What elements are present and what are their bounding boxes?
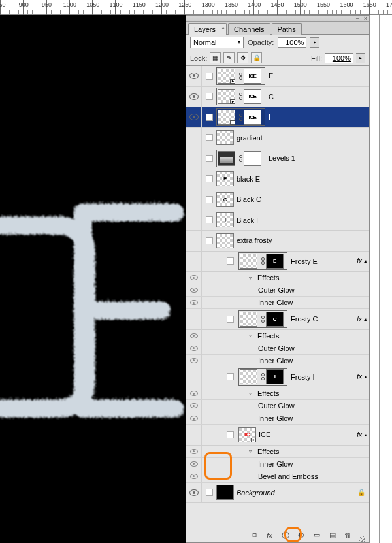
visibility-toggle[interactable] <box>186 87 202 107</box>
layer-thumb[interactable] <box>216 485 234 500</box>
layer-row[interactable]: ▸ICEfx ▴ <box>186 425 369 446</box>
visibility-toggle[interactable] <box>186 470 202 482</box>
link-cell[interactable] <box>202 87 216 107</box>
layer-thumb[interactable]: ▸ <box>238 427 256 442</box>
chevron-down-icon[interactable]: ▿ <box>249 391 255 397</box>
new-icon[interactable]: ▤ <box>327 531 337 540</box>
layer-mask-thumb[interactable]: I <box>266 369 284 384</box>
layer-mask-thumb[interactable]: ICE <box>244 89 261 104</box>
layer-thumb[interactable] <box>216 130 234 145</box>
layer-thumb[interactable]: E <box>216 171 234 186</box>
close-icon[interactable]: × <box>364 15 367 22</box>
layer-row[interactable]: CBlack C <box>186 189 369 210</box>
layer-name[interactable]: C <box>269 93 369 101</box>
layer-thumb[interactable] <box>218 151 235 166</box>
link-cell[interactable] <box>202 483 216 503</box>
layer-mask-thumb[interactable]: E <box>266 254 284 269</box>
layer-mask-thumb[interactable] <box>244 151 261 166</box>
link-cell[interactable] <box>202 107 216 127</box>
layer-name[interactable]: black E <box>237 175 369 183</box>
fx-indicator[interactable]: fx ▴ <box>357 316 367 323</box>
layer-row[interactable]: Eblack E <box>186 169 369 190</box>
mask-link-icon[interactable] <box>238 71 244 80</box>
minimize-icon[interactable]: – <box>356 15 359 22</box>
effect-row[interactable]: Inner Glow <box>186 412 369 425</box>
link-cell[interactable] <box>202 210 216 231</box>
layer-thumb[interactable]: ▸ <box>218 110 235 125</box>
fx-indicator[interactable]: fx ▴ <box>357 257 367 265</box>
mask-link-icon[interactable] <box>260 372 266 382</box>
visibility-toggle[interactable] <box>186 148 202 169</box>
effect-row[interactable]: Outer Glow <box>186 342 369 355</box>
opacity-flyout-icon[interactable]: ▸ <box>310 37 319 48</box>
lock-all-icon[interactable]: 🔒 <box>251 52 262 63</box>
link-cell[interactable] <box>202 231 216 251</box>
group-icon[interactable]: ▭ <box>312 531 321 540</box>
layer-mask-thumb[interactable]: ICE <box>244 69 261 84</box>
layer-name[interactable]: extra frosty <box>237 237 369 244</box>
layer-row[interactable]: Levels 1 <box>186 148 369 169</box>
visibility-toggle[interactable] <box>186 387 202 400</box>
effect-row[interactable]: Outer Glow <box>186 284 369 297</box>
visibility-toggle[interactable] <box>186 272 202 284</box>
fill-field[interactable]: 100% <box>325 53 353 63</box>
tab-layers[interactable]: Layers× <box>188 23 227 35</box>
link-cell[interactable] <box>202 128 216 148</box>
visibility-toggle[interactable] <box>186 231 202 251</box>
blend-mode-dropdown[interactable]: Normal ▾ <box>190 37 244 48</box>
layer-name[interactable]: gradient <box>237 134 369 142</box>
trash-icon[interactable]: 🗑 <box>343 531 353 540</box>
resize-grip-icon[interactable] <box>359 536 365 542</box>
effect-row[interactable]: ▿Effects <box>186 272 369 284</box>
layer-name[interactable]: Background <box>237 489 357 497</box>
layer-name[interactable]: Levels 1 <box>269 154 369 162</box>
panel-titlebar[interactable]: – × <box>186 16 369 22</box>
fx-indicator[interactable]: fx ▴ <box>357 431 367 438</box>
effect-row[interactable]: ▿Effects <box>186 387 369 400</box>
visibility-toggle[interactable] <box>186 128 202 148</box>
layer-row[interactable]: gradient <box>186 128 369 149</box>
layer-name[interactable]: Black C <box>237 195 369 203</box>
link-icon[interactable]: ⧉ <box>249 531 259 540</box>
opacity-field[interactable]: 100% <box>278 37 306 48</box>
visibility-toggle[interactable] <box>186 457 202 470</box>
chevron-down-icon[interactable]: ▿ <box>249 448 255 454</box>
layer-row[interactable]: IBlack I <box>186 210 369 231</box>
layer-thumb[interactable] <box>240 369 257 384</box>
layer-row[interactable]: extra frosty <box>186 231 369 252</box>
link-cell[interactable] <box>202 66 216 86</box>
fx-icon[interactable]: fx <box>265 531 274 540</box>
visibility-toggle[interactable] <box>186 169 202 189</box>
visibility-toggle[interactable] <box>186 284 202 297</box>
layer-thumb[interactable] <box>240 254 257 269</box>
mask-link-icon[interactable] <box>238 112 244 122</box>
layer-name[interactable]: ICE <box>259 431 357 438</box>
lock-transparent-icon[interactable]: ▦ <box>210 52 221 63</box>
link-cell[interactable] <box>202 252 216 272</box>
visibility-toggle[interactable] <box>186 400 202 412</box>
visibility-toggle[interactable] <box>186 425 202 445</box>
visibility-toggle[interactable] <box>186 483 202 503</box>
visibility-toggle[interactable] <box>186 210 202 231</box>
link-cell[interactable] <box>202 309 216 329</box>
link-cell[interactable] <box>202 148 216 169</box>
layer-name[interactable]: I <box>269 113 369 121</box>
panel-menu-icon[interactable] <box>357 24 367 31</box>
layer-thumb[interactable]: C <box>216 192 234 207</box>
tab-paths[interactable]: Paths <box>272 23 302 35</box>
effect-row[interactable]: Inner Glow <box>186 355 369 367</box>
link-cell[interactable] <box>202 425 216 445</box>
visibility-toggle[interactable] <box>186 107 202 127</box>
layer-name[interactable]: Frosty C <box>291 315 357 323</box>
layer-row[interactable]: EFrosty Efx ▴ <box>186 252 369 272</box>
visibility-toggle[interactable] <box>186 297 202 309</box>
effect-row[interactable]: ▿Effects <box>186 330 369 342</box>
layer-thumb[interactable] <box>240 312 257 327</box>
visibility-toggle[interactable] <box>186 367 202 387</box>
layer-name[interactable]: Frosty E <box>291 257 357 265</box>
link-cell[interactable] <box>202 169 216 189</box>
layer-row[interactable]: Background🔒 <box>186 483 369 504</box>
layer-row[interactable]: ▸ICEI <box>186 107 369 128</box>
layer-row[interactable]: IFrosty Ifx ▴ <box>186 367 369 388</box>
lock-position-icon[interactable]: ✥ <box>237 52 248 63</box>
